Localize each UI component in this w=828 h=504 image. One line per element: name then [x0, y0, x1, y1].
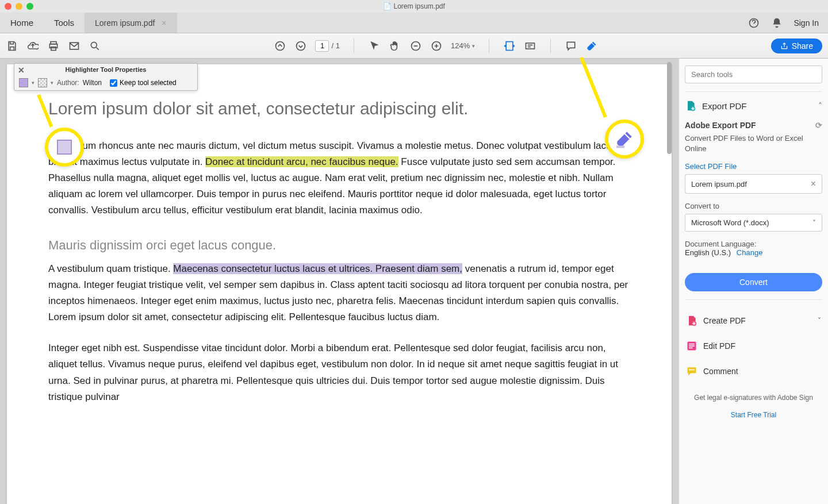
doc-paragraph: Integer eget nibh est. Suspendisse vitae… — [48, 340, 630, 405]
callout-highlighter — [605, 120, 644, 159]
page-input[interactable] — [315, 40, 329, 52]
tab-close-icon[interactable]: × — [162, 19, 166, 27]
read-mode-icon[interactable] — [524, 40, 536, 52]
save-icon[interactable] — [6, 40, 18, 52]
sign-in-link[interactable]: Sign In — [793, 18, 819, 28]
chevron-down-icon: ˅ — [818, 317, 821, 325]
tab-document[interactable]: Lorem ipsum.pdf × — [85, 13, 177, 33]
email-icon[interactable] — [68, 40, 80, 52]
select-pdf-link[interactable]: Select PDF File — [685, 162, 822, 171]
create-pdf-tool[interactable]: Create PDF˅ — [685, 308, 822, 333]
zoom-in-icon[interactable] — [430, 40, 443, 52]
svg-point-5 — [91, 42, 97, 48]
promo-text: Get legal e-signatures with Adobe Sign — [685, 393, 822, 403]
svg-point-6 — [276, 41, 285, 50]
opacity-dropdown-icon[interactable]: ▾ — [51, 80, 53, 86]
doc-language: Document Language: English (U.S.) Change — [685, 240, 822, 257]
window-controls — [5, 3, 33, 10]
svg-rect-16 — [689, 344, 695, 345]
edit-pdf-tool[interactable]: Edit PDF — [685, 333, 822, 359]
svg-rect-19 — [689, 370, 695, 371]
tab-bar: Home Tools Lorem ipsum.pdf × Sign In — [0, 13, 828, 33]
doc-subheading: Mauris dignissim orci eget lacus congue. — [48, 238, 630, 253]
cloud-upload-icon[interactable] — [26, 40, 39, 52]
start-trial-link[interactable]: Start Free Trial — [685, 411, 822, 419]
svg-rect-12 — [616, 145, 624, 148]
doc-paragraph: Vestibulum rhoncus ante nec mauris dictu… — [48, 138, 630, 218]
scrollbar[interactable] — [667, 62, 672, 154]
highlight-purple[interactable]: Maecenas consectetur luctus lacus et ult… — [173, 263, 462, 274]
tab-document-label: Lorem ipsum.pdf — [95, 18, 155, 28]
doc-heading: Lorem ipsum dolor sit amet, consectetur … — [48, 99, 630, 118]
hand-tool-icon[interactable] — [389, 40, 401, 52]
page-indicator: / 1 — [315, 40, 339, 52]
file-name: Lorem ipsum.pdf — [691, 180, 747, 188]
convert-to-label: Convert to — [685, 202, 822, 210]
zoom-dropdown[interactable]: 124%▾ — [451, 41, 475, 50]
help-icon[interactable] — [747, 17, 760, 29]
zoom-window[interactable] — [26, 3, 33, 10]
adobe-export-title: Adobe Export PDF ⟳ — [685, 121, 822, 130]
zoom-out-icon[interactable] — [409, 40, 422, 52]
comment-tool[interactable]: Comment — [685, 359, 822, 384]
fit-width-icon[interactable] — [503, 40, 516, 52]
right-panel: Export PDF ˄ Adobe Export PDF ⟳ Convert … — [678, 59, 828, 504]
toolbar: / 1 124%▾ Share — [0, 33, 828, 59]
print-icon[interactable] — [47, 40, 60, 52]
share-button[interactable]: Share — [771, 39, 822, 53]
panel-title: ✕ Highlighter Tool Properties — [14, 64, 197, 75]
export-subtitle: Convert PDF Files to Word or Excel Onlin… — [685, 133, 822, 154]
highlighter-icon[interactable] — [585, 40, 598, 52]
svg-rect-17 — [689, 346, 695, 347]
convert-button[interactable]: Convert — [685, 273, 822, 291]
callout-color-swatch — [45, 128, 84, 167]
highlight-yellow[interactable]: Donec at tincidunt arcu, nec faucibus ne… — [205, 156, 398, 167]
refresh-icon[interactable]: ⟳ — [815, 121, 822, 130]
page-total: / 1 — [331, 41, 339, 50]
search-icon[interactable] — [89, 40, 101, 52]
page-down-icon[interactable] — [294, 40, 307, 52]
minimize-window[interactable] — [16, 3, 22, 10]
separator — [354, 39, 354, 53]
svg-rect-11 — [526, 43, 535, 49]
close-window[interactable] — [5, 3, 12, 10]
panel-close-icon[interactable]: ✕ — [18, 66, 25, 74]
export-pdf-section[interactable]: Export PDF ˄ — [685, 100, 822, 111]
page-up-icon[interactable] — [274, 40, 286, 52]
svg-rect-10 — [506, 41, 513, 50]
author-label: Author: — [57, 79, 79, 87]
search-tools-input[interactable] — [685, 66, 822, 83]
bell-icon[interactable] — [770, 17, 783, 29]
titlebar: 📄 Lorem ipsum.pdf — [0, 0, 828, 13]
workspace: Lorem ipsum dolor sit amet, consectetur … — [0, 59, 828, 504]
svg-rect-18 — [689, 348, 693, 349]
change-language-link[interactable]: Change — [737, 248, 763, 257]
comment-icon[interactable] — [565, 40, 577, 52]
keep-selected-checkbox[interactable]: Keep tool selected — [110, 79, 177, 87]
share-label: Share — [792, 41, 813, 51]
highlighter-properties-panel: ✕ Highlighter Tool Properties ▾ ▾ Author… — [14, 63, 198, 91]
tab-tools[interactable]: Tools — [44, 13, 85, 33]
document-area: Lorem ipsum dolor sit amet, consectetur … — [0, 59, 678, 504]
document-page: Lorem ipsum dolor sit amet, consectetur … — [7, 64, 672, 504]
opacity-swatch[interactable] — [38, 78, 47, 87]
color-dropdown-icon[interactable]: ▾ — [32, 80, 34, 86]
remove-file-icon[interactable]: × — [811, 179, 816, 189]
chevron-down-icon: ˅ — [812, 219, 816, 227]
select-tool-icon[interactable] — [368, 40, 381, 52]
separator — [550, 39, 551, 53]
doc-paragraph: A vestibulum quam tristique. Maecenas co… — [48, 261, 630, 325]
chevron-up-icon: ˄ — [818, 101, 822, 110]
svg-point-7 — [297, 41, 305, 50]
titlebar-filename: 📄 Lorem ipsum.pdf — [383, 2, 445, 10]
color-swatch[interactable] — [19, 78, 28, 87]
tab-home[interactable]: Home — [0, 13, 44, 33]
author-name: Wilton — [83, 79, 102, 87]
separator — [489, 39, 489, 53]
file-box: Lorem ipsum.pdf × — [685, 174, 822, 194]
format-select[interactable]: Microsoft Word (*.docx)˅ — [685, 214, 822, 232]
